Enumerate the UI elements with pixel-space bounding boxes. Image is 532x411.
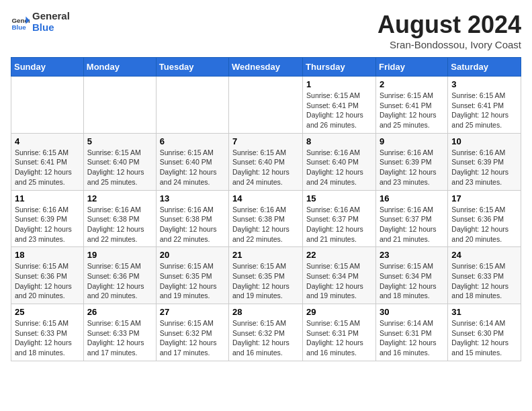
title-block: August 2024 Sran-Bondossou, Ivory Coast [378, 11, 521, 50]
location: Sran-Bondossou, Ivory Coast [378, 39, 521, 50]
day-info: Sunrise: 6:15 AM Sunset: 6:31 PM Dayligh… [306, 318, 372, 358]
day-cell: 3Sunrise: 6:15 AM Sunset: 6:41 PM Daylig… [448, 77, 521, 134]
day-cell: 20Sunrise: 6:15 AM Sunset: 6:35 PM Dayli… [156, 247, 228, 304]
logo: General Blue General Blue [11, 11, 70, 33]
header-tuesday: Tuesday [156, 58, 228, 77]
day-number: 26 [87, 307, 152, 317]
day-number: 13 [160, 193, 225, 203]
day-cell [156, 77, 228, 134]
day-cell: 17Sunrise: 6:15 AM Sunset: 6:36 PM Dayli… [448, 190, 521, 247]
day-info: Sunrise: 6:15 AM Sunset: 6:33 PM Dayligh… [87, 318, 152, 358]
header-thursday: Thursday [303, 58, 376, 77]
day-number: 20 [160, 250, 225, 260]
day-cell: 28Sunrise: 6:15 AM Sunset: 6:32 PM Dayli… [229, 304, 303, 361]
day-info: Sunrise: 6:16 AM Sunset: 6:37 PM Dayligh… [306, 205, 372, 244]
day-cell: 11Sunrise: 6:16 AM Sunset: 6:39 PM Dayli… [11, 190, 84, 247]
day-number: 21 [232, 250, 299, 260]
day-cell: 29Sunrise: 6:15 AM Sunset: 6:31 PM Dayli… [303, 304, 376, 361]
day-number: 24 [451, 250, 517, 260]
header-saturday: Saturday [448, 58, 521, 77]
day-cell: 27Sunrise: 6:15 AM Sunset: 6:32 PM Dayli… [156, 304, 228, 361]
day-cell: 4Sunrise: 6:15 AM Sunset: 6:41 PM Daylig… [11, 133, 84, 190]
day-cell: 26Sunrise: 6:15 AM Sunset: 6:33 PM Dayli… [83, 304, 156, 361]
day-info: Sunrise: 6:16 AM Sunset: 6:39 PM Dayligh… [15, 205, 80, 244]
day-number: 8 [306, 136, 372, 146]
day-cell: 19Sunrise: 6:15 AM Sunset: 6:36 PM Dayli… [83, 247, 156, 304]
day-info: Sunrise: 6:15 AM Sunset: 6:34 PM Dayligh… [380, 261, 444, 301]
day-info: Sunrise: 6:15 AM Sunset: 6:32 PM Dayligh… [232, 318, 299, 358]
header: General Blue General Blue August 2024 Sr… [11, 11, 521, 50]
day-cell [83, 77, 156, 134]
day-number: 16 [380, 193, 444, 203]
day-number: 31 [451, 307, 517, 317]
day-cell [11, 77, 84, 134]
day-cell: 9Sunrise: 6:16 AM Sunset: 6:39 PM Daylig… [375, 133, 447, 190]
week-row-3: 18Sunrise: 6:15 AM Sunset: 6:36 PM Dayli… [11, 247, 521, 304]
day-info: Sunrise: 6:15 AM Sunset: 6:32 PM Dayligh… [160, 318, 225, 358]
day-number: 18 [15, 250, 80, 260]
day-number: 11 [15, 193, 80, 203]
day-cell: 2Sunrise: 6:15 AM Sunset: 6:41 PM Daylig… [375, 77, 447, 134]
day-cell: 31Sunrise: 6:14 AM Sunset: 6:30 PM Dayli… [448, 304, 521, 361]
day-info: Sunrise: 6:15 AM Sunset: 6:41 PM Dayligh… [451, 91, 517, 130]
day-cell: 16Sunrise: 6:16 AM Sunset: 6:37 PM Dayli… [375, 190, 447, 247]
day-info: Sunrise: 6:15 AM Sunset: 6:35 PM Dayligh… [160, 261, 225, 301]
day-info: Sunrise: 6:15 AM Sunset: 6:41 PM Dayligh… [15, 148, 80, 187]
logo-blue-text: Blue [32, 22, 70, 34]
day-info: Sunrise: 6:14 AM Sunset: 6:30 PM Dayligh… [451, 318, 517, 358]
day-info: Sunrise: 6:15 AM Sunset: 6:41 PM Dayligh… [306, 91, 372, 130]
day-cell: 30Sunrise: 6:14 AM Sunset: 6:31 PM Dayli… [375, 304, 447, 361]
day-info: Sunrise: 6:16 AM Sunset: 6:40 PM Dayligh… [306, 148, 372, 187]
logo-icon: General Blue [11, 13, 30, 32]
day-number: 3 [451, 79, 517, 89]
day-number: 7 [232, 136, 299, 146]
day-cell: 8Sunrise: 6:16 AM Sunset: 6:40 PM Daylig… [303, 133, 376, 190]
day-info: Sunrise: 6:16 AM Sunset: 6:39 PM Dayligh… [380, 148, 444, 187]
day-info: Sunrise: 6:16 AM Sunset: 6:38 PM Dayligh… [232, 205, 299, 244]
day-number: 30 [380, 307, 444, 317]
day-number: 19 [87, 250, 152, 260]
day-number: 10 [451, 136, 517, 146]
logo-general-text: General [32, 11, 70, 22]
day-number: 4 [15, 136, 80, 146]
calendar-table: SundayMondayTuesdayWednesdayThursdayFrid… [11, 57, 521, 361]
day-number: 28 [232, 307, 299, 317]
day-info: Sunrise: 6:15 AM Sunset: 6:41 PM Dayligh… [380, 91, 444, 130]
day-cell: 1Sunrise: 6:15 AM Sunset: 6:41 PM Daylig… [303, 77, 376, 134]
day-number: 29 [306, 307, 372, 317]
calendar-header: SundayMondayTuesdayWednesdayThursdayFrid… [11, 58, 521, 77]
day-cell: 13Sunrise: 6:16 AM Sunset: 6:38 PM Dayli… [156, 190, 228, 247]
day-number: 15 [306, 193, 372, 203]
day-info: Sunrise: 6:15 AM Sunset: 6:36 PM Dayligh… [451, 205, 517, 244]
day-info: Sunrise: 6:15 AM Sunset: 6:35 PM Dayligh… [232, 261, 299, 301]
week-row-0: 1Sunrise: 6:15 AM Sunset: 6:41 PM Daylig… [11, 77, 521, 134]
day-number: 1 [306, 79, 372, 89]
day-cell: 22Sunrise: 6:15 AM Sunset: 6:34 PM Dayli… [303, 247, 376, 304]
day-cell: 7Sunrise: 6:15 AM Sunset: 6:40 PM Daylig… [229, 133, 303, 190]
week-row-1: 4Sunrise: 6:15 AM Sunset: 6:41 PM Daylig… [11, 133, 521, 190]
day-info: Sunrise: 6:15 AM Sunset: 6:36 PM Dayligh… [15, 261, 80, 301]
day-number: 22 [306, 250, 372, 260]
day-cell: 5Sunrise: 6:15 AM Sunset: 6:40 PM Daylig… [83, 133, 156, 190]
day-cell: 18Sunrise: 6:15 AM Sunset: 6:36 PM Dayli… [11, 247, 84, 304]
svg-text:Blue: Blue [11, 24, 26, 31]
day-info: Sunrise: 6:14 AM Sunset: 6:31 PM Dayligh… [380, 318, 444, 358]
day-number: 14 [232, 193, 299, 203]
day-number: 5 [87, 136, 152, 146]
header-monday: Monday [83, 58, 156, 77]
day-number: 27 [160, 307, 225, 317]
day-number: 2 [380, 79, 444, 89]
day-info: Sunrise: 6:16 AM Sunset: 6:38 PM Dayligh… [160, 205, 225, 244]
day-cell: 21Sunrise: 6:15 AM Sunset: 6:35 PM Dayli… [229, 247, 303, 304]
month-year: August 2024 [378, 11, 521, 39]
day-info: Sunrise: 6:16 AM Sunset: 6:37 PM Dayligh… [380, 205, 444, 244]
day-info: Sunrise: 6:16 AM Sunset: 6:38 PM Dayligh… [87, 205, 152, 244]
day-cell: 10Sunrise: 6:16 AM Sunset: 6:39 PM Dayli… [448, 133, 521, 190]
day-number: 23 [380, 250, 444, 260]
day-info: Sunrise: 6:15 AM Sunset: 6:34 PM Dayligh… [306, 261, 372, 301]
header-row: SundayMondayTuesdayWednesdayThursdayFrid… [11, 58, 521, 77]
day-info: Sunrise: 6:16 AM Sunset: 6:39 PM Dayligh… [451, 148, 517, 187]
day-info: Sunrise: 6:15 AM Sunset: 6:36 PM Dayligh… [87, 261, 152, 301]
day-cell [229, 77, 303, 134]
header-wednesday: Wednesday [229, 58, 303, 77]
